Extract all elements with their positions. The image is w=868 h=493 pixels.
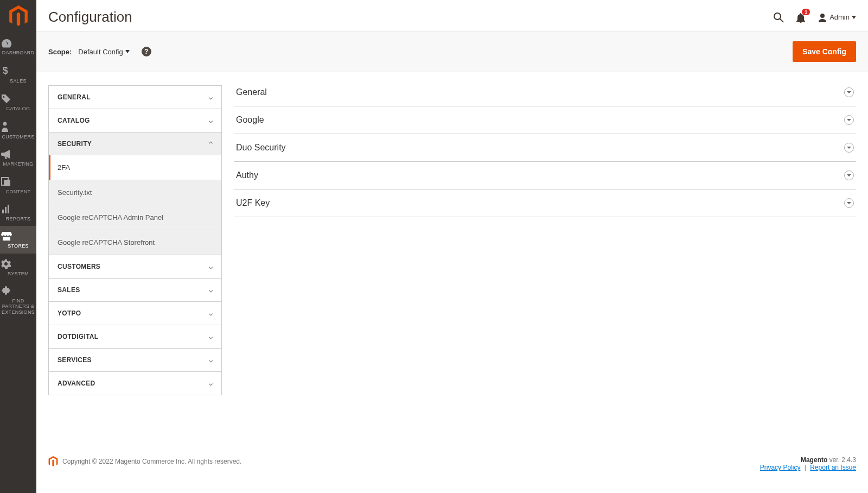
panel-u2f-key[interactable]: U2F Key bbox=[234, 189, 856, 217]
config-tab-advanced[interactable]: ADVANCED⌵ bbox=[49, 372, 221, 395]
notifications-button[interactable]: 1 bbox=[796, 12, 806, 23]
svg-line-8 bbox=[780, 19, 783, 22]
sidenav-content[interactable]: CONTENT bbox=[0, 172, 36, 199]
chevron-down-icon: ⌵ bbox=[209, 380, 213, 387]
config-subtab-securitytxt[interactable]: Security.txt bbox=[49, 180, 221, 205]
expand-icon bbox=[844, 115, 854, 125]
sidenav-stores[interactable]: STORES bbox=[0, 226, 36, 253]
config-tab-sales[interactable]: SALES⌵ bbox=[49, 279, 221, 302]
scope-label: Scope: bbox=[48, 48, 72, 56]
chevron-down-icon: ⌵ bbox=[209, 93, 213, 101]
sidenav-dashboard[interactable]: DASHBOARD bbox=[0, 33, 36, 60]
svg-text:$: $ bbox=[3, 65, 8, 76]
config-tab-general[interactable]: GENERAL⌵ bbox=[49, 86, 221, 109]
config-panels: General Google Duo Security Authy U2F Ke… bbox=[234, 85, 856, 217]
puzzle-icon bbox=[1, 286, 35, 296]
expand-icon bbox=[844, 198, 854, 208]
megaphone-icon bbox=[1, 149, 35, 159]
sidenav-catalog[interactable]: CATALOG bbox=[0, 89, 36, 116]
sidenav-sales[interactable]: $ SALES bbox=[0, 60, 36, 88]
chevron-down-icon: ⌵ bbox=[209, 333, 213, 340]
dollar-icon: $ bbox=[1, 65, 35, 76]
sidenav-reports[interactable]: REPORTS bbox=[0, 199, 36, 226]
sidenav-customers[interactable]: CUSTOMERS bbox=[0, 116, 36, 144]
config-tab-catalog[interactable]: CATALOG⌵ bbox=[49, 109, 221, 132]
chevron-up-icon: ⌵ bbox=[209, 140, 213, 148]
scope-selector[interactable]: Default Config bbox=[78, 48, 129, 56]
privacy-policy-link[interactable]: Privacy Policy bbox=[760, 464, 801, 471]
svg-rect-3 bbox=[4, 180, 10, 186]
chevron-down-icon: ⌵ bbox=[209, 309, 213, 317]
notifications-badge: 1 bbox=[802, 9, 810, 15]
svg-rect-4 bbox=[2, 210, 4, 213]
panel-authy[interactable]: Authy bbox=[234, 162, 856, 189]
admin-sidenav: DASHBOARD $ SALES CATALOG CUSTOMERS MARK… bbox=[0, 0, 36, 493]
bars-icon bbox=[1, 204, 35, 214]
admin-user-menu[interactable]: Admin bbox=[818, 12, 856, 22]
scope-help-button[interactable]: ? bbox=[142, 47, 151, 56]
version-text: Magento ver. 2.4.3 bbox=[760, 456, 856, 464]
config-subtab-recaptcha-admin[interactable]: Google reCAPTCHA Admin Panel bbox=[49, 205, 221, 230]
storefront-icon bbox=[1, 231, 35, 241]
report-issue-link[interactable]: Report an Issue bbox=[810, 464, 856, 471]
svg-rect-5 bbox=[5, 207, 7, 213]
svg-rect-6 bbox=[8, 205, 9, 213]
expand-icon bbox=[844, 87, 854, 97]
config-tab-services[interactable]: SERVICES⌵ bbox=[49, 349, 221, 372]
expand-icon bbox=[844, 143, 854, 153]
magento-logo[interactable] bbox=[0, 0, 36, 33]
copyright-text: Copyright © 2022 Magento Commerce Inc. A… bbox=[62, 458, 241, 465]
panel-google[interactable]: Google bbox=[234, 106, 856, 134]
gear-icon bbox=[1, 259, 35, 269]
tag-icon bbox=[1, 94, 35, 104]
save-config-button[interactable]: Save Config bbox=[793, 41, 856, 62]
page-title: Configuration bbox=[48, 9, 773, 26]
sidenav-marketing[interactable]: MARKETING bbox=[0, 144, 36, 171]
chevron-down-icon: ⌵ bbox=[209, 356, 213, 364]
gauge-icon bbox=[1, 38, 35, 48]
config-tab-security: SECURITY⌵ 2FA Security.txt Google reCAPT… bbox=[49, 132, 221, 255]
caret-down-icon bbox=[852, 16, 856, 19]
search-icon bbox=[773, 12, 784, 23]
pages-icon bbox=[1, 177, 35, 187]
panel-duo-security[interactable]: Duo Security bbox=[234, 134, 856, 162]
expand-icon bbox=[844, 170, 854, 180]
config-tabs: GENERAL⌵ CATALOG⌵ SECURITY⌵ 2FA Security… bbox=[48, 85, 222, 395]
magento-logo-small bbox=[48, 456, 58, 467]
page-toolbar: Scope: Default Config ? Save Config bbox=[36, 31, 868, 72]
person-icon bbox=[1, 121, 35, 132]
config-tab-customers[interactable]: CUSTOMERS⌵ bbox=[49, 255, 221, 279]
svg-point-1 bbox=[3, 122, 7, 126]
caret-down-icon bbox=[125, 50, 130, 53]
sidenav-system[interactable]: SYSTEM bbox=[0, 254, 36, 281]
page-footer: Copyright © 2022 Magento Commerce Inc. A… bbox=[36, 445, 868, 493]
page-header: Configuration 1 Admin bbox=[36, 0, 868, 31]
search-button[interactable] bbox=[773, 12, 784, 23]
config-tab-yotpo[interactable]: YOTPO⌵ bbox=[49, 302, 221, 325]
chevron-down-icon: ⌵ bbox=[209, 263, 213, 270]
chevron-down-icon: ⌵ bbox=[209, 117, 213, 124]
user-icon bbox=[818, 12, 827, 22]
svg-point-7 bbox=[774, 13, 781, 20]
panel-general[interactable]: General bbox=[234, 85, 856, 106]
chevron-down-icon: ⌵ bbox=[209, 286, 213, 294]
config-tab-dotdigital[interactable]: DOTDIGITAL⌵ bbox=[49, 325, 221, 349]
sidenav-find-partners[interactable]: FIND PARTNERS & EXTENSIONS bbox=[0, 281, 36, 319]
config-subtab-recaptcha-storefront[interactable]: Google reCAPTCHA Storefront bbox=[49, 230, 221, 255]
config-subtab-2fa[interactable]: 2FA bbox=[49, 155, 221, 180]
svg-point-9 bbox=[820, 14, 825, 18]
